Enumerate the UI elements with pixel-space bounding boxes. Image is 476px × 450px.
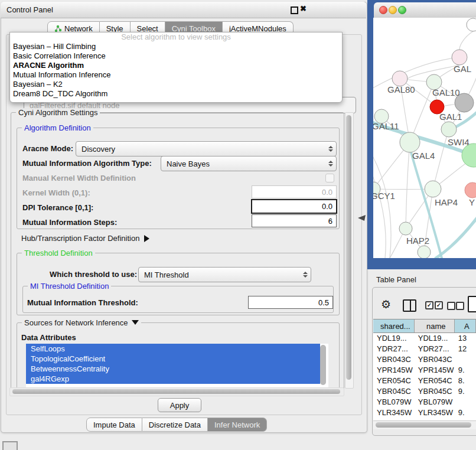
zoom-traffic-light-icon[interactable]: [398, 6, 406, 14]
control-panel-titlebar[interactable]: [1, 2, 366, 18]
network-edge[interactable]: [433, 129, 449, 189]
network-edge[interactable]: [406, 142, 410, 229]
network-node-swi4[interactable]: [441, 122, 457, 137]
mi-threshold-field[interactable]: 0.5: [248, 296, 333, 309]
manual-kernel-width-label: Manual Kernel Width Definition: [22, 174, 136, 182]
checked-checkbox-icon[interactable]: ✓: [425, 301, 433, 309]
network-edge[interactable]: [459, 31, 473, 50]
close-traffic-light-icon[interactable]: [379, 6, 387, 14]
aracne-mode-combobox[interactable]: Discovery: [76, 141, 337, 156]
node-label: SWI4: [448, 137, 470, 147]
network-window-titlebar[interactable]: [374, 2, 476, 18]
algorithm-dropdown-prompt: Select algorithm to view settings: [10, 32, 342, 42]
gear-icon[interactable]: ⚙: [381, 298, 391, 311]
attribute-item-selected[interactable]: SelfLoops: [26, 344, 320, 354]
tab-impute-data[interactable]: Impute Data: [86, 418, 142, 432]
network-node-hap4[interactable]: [425, 181, 441, 197]
document-icon[interactable]: [468, 296, 476, 312]
data-attributes-list[interactable]: SelfLoopsTopologicalCoefficientBetweenne…: [26, 344, 328, 387]
table-row[interactable]: YBR045CYBR045C9.: [373, 386, 476, 397]
kernel-width-field[interactable]: 0.0: [252, 185, 337, 198]
attribute-item-selected[interactable]: TopologicalCoefficient: [26, 354, 320, 364]
manual-kernel-width-checkbox[interactable]: [325, 174, 334, 182]
which-threshold-label: Which threshold to use:: [50, 270, 137, 279]
table-row[interactable]: YDR27...YDR27...12: [373, 344, 476, 354]
tab-discretize-data-label: Discretize Data: [149, 420, 201, 429]
node-label: Y: [469, 197, 475, 207]
settings-vertical-scrollbar[interactable]: [345, 112, 354, 389]
close-icon[interactable]: ✖: [300, 4, 307, 13]
tab-impute-data-label: Impute Data: [93, 420, 135, 429]
which-threshold-combobox[interactable]: MI Threshold: [138, 267, 311, 282]
table-horizontal-scrollbar-thumb[interactable]: [376, 422, 471, 428]
network-edge[interactable]: [373, 189, 433, 190]
network-node-gal[interactable]: [452, 50, 467, 65]
table-cell: [455, 397, 476, 407]
table-row[interactable]: YBR043CYBR043C: [373, 354, 476, 365]
table-row[interactable]: YBL079WYBL079W: [373, 397, 476, 407]
dpi-tolerance-label: DPI Tolerance [0,1]:: [22, 203, 93, 212]
mi-algorithm-type-label: Mutual Information Algorithm Type:: [22, 159, 152, 168]
float-window-icon[interactable]: [291, 6, 298, 14]
settings-horizontal-scrollbar[interactable]: [9, 387, 344, 396]
hub-definition-label: Hub/Transcription Factor Definition: [21, 234, 139, 243]
dropdown-item[interactable]: ARACNE Algorithm: [10, 61, 342, 70]
minimized-window-grip[interactable]: [2, 441, 18, 450]
table-cell: YLR345W: [373, 407, 415, 418]
network-graph[interactable]: GALGAL80GAL10GAL1GAL11SWI4GAL4GCY1HAP4YH…: [373, 18, 476, 258]
unchecked-checkbox-icon[interactable]: [456, 302, 464, 310]
checked-checkbox-icon[interactable]: ✓: [435, 301, 443, 309]
dropdown-item[interactable]: Mutual Information Inference: [10, 70, 342, 80]
settings-horizontal-scrollbar-thumb[interactable]: [12, 389, 340, 394]
tab-discretize-data[interactable]: Discretize Data: [142, 418, 208, 432]
table-row[interactable]: YDL19...YDL19...13: [373, 333, 476, 344]
table-cell: YDL19...: [415, 333, 455, 344]
attributes-list-scrollbar[interactable]: [320, 345, 326, 385]
dropdown-item[interactable]: Bayesian – K2: [10, 80, 342, 89]
column-header[interactable]: A: [455, 319, 476, 332]
column-header[interactable]: shared...: [373, 319, 415, 332]
data-attributes-label: Data Attributes: [21, 333, 76, 342]
table-cell: YER054C: [373, 376, 415, 386]
hub-definition-expander[interactable]: Hub/Transcription Factor Definition: [21, 234, 149, 243]
attribute-item-selected[interactable]: BetweennessCentrality: [26, 364, 320, 374]
table-cell: YDL19...: [373, 333, 415, 344]
split-panes-icon[interactable]: [403, 299, 416, 312]
network-node[interactable]: [467, 18, 476, 31]
node-label: GAL: [454, 64, 471, 74]
unchecked-checkbox-icon[interactable]: [447, 302, 455, 310]
table-cell: YPR145W: [415, 365, 455, 376]
settings-vertical-scrollbar-thumb[interactable]: [346, 115, 351, 380]
attribute-item-selected[interactable]: gal4RGexp: [26, 374, 320, 384]
network-node[interactable]: [418, 246, 431, 258]
tab-infer-network[interactable]: Infer Network: [208, 418, 267, 432]
mi-steps-field[interactable]: 6: [252, 214, 337, 227]
table-row[interactable]: YLR345WYLR345W9.: [373, 407, 476, 418]
dropdown-item[interactable]: Basic Correlation Inference: [10, 51, 342, 61]
network-node-y[interactable]: [465, 182, 476, 198]
network-edge[interactable]: [373, 151, 391, 258]
node-label: HAP4: [435, 197, 458, 207]
apply-button[interactable]: Apply: [158, 398, 201, 412]
minimize-traffic-light-icon[interactable]: [389, 6, 397, 14]
table-body: YDL19...YDL19...13YDR27...YDR27...12YBR0…: [373, 333, 476, 429]
table-cell: YBR043C: [373, 354, 415, 365]
network-node[interactable]: [462, 144, 476, 167]
table-cell: YBR045C: [373, 386, 415, 397]
table-row[interactable]: YER054CYER054C8.: [373, 376, 476, 386]
network-node-gal4[interactable]: [400, 132, 420, 152]
dropdown-item[interactable]: Bayesian – Hill Climbing: [10, 42, 342, 51]
network-edge[interactable]: [436, 216, 476, 258]
table-horizontal-scrollbar[interactable]: [373, 420, 476, 429]
dropdown-item[interactable]: Dream8 DC_TDC Algorithm: [10, 89, 342, 99]
collapse-down-icon: [132, 320, 139, 325]
table-row[interactable]: YPR145WYPR145W9.: [373, 365, 476, 376]
network-canvas[interactable]: GALGAL80GAL10GAL1GAL11SWI4GAL4GCY1HAP4YH…: [373, 18, 476, 258]
mi-algorithm-type-combobox[interactable]: Naive Bayes: [161, 156, 337, 171]
column-header[interactable]: name: [415, 319, 455, 332]
dpi-tolerance-field[interactable]: 0.0: [251, 199, 337, 214]
table-cell: 8.: [455, 376, 476, 386]
network-edge[interactable]: [373, 168, 386, 258]
network-node-hap2[interactable]: [399, 222, 412, 235]
network-edge[interactable]: [373, 57, 459, 90]
